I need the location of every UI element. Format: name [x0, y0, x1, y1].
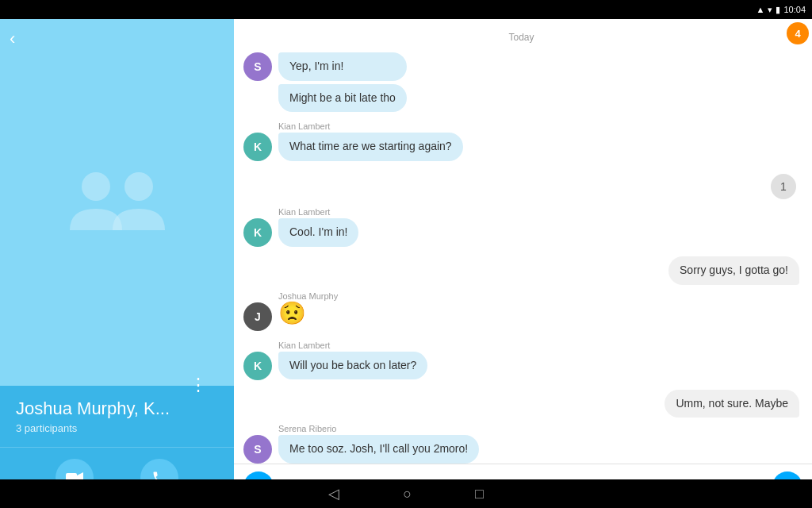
date-divider: Today: [243, 32, 799, 43]
bubble-10: Me too soz. Josh, I'll call you 2moro!: [278, 435, 479, 464]
message-row-8: K Will you be back on later?: [243, 352, 799, 380]
chat-area[interactable]: Today S Yep, I'm in! Might be a bit late…: [234, 19, 812, 464]
sender-name-kian-1: Kian Lambert: [278, 121, 799, 131]
recent-nav-icon[interactable]: □: [475, 486, 484, 502]
battery-icon: ▮: [776, 5, 780, 15]
message-row-5: K Cool. I'm in!: [243, 218, 799, 247]
clock: 10:04: [783, 5, 806, 14]
status-icons: ▲ ▾ ▮ 10:04: [756, 5, 806, 15]
message-group-5: Kian Lambert K Cool. I'm in!: [243, 207, 799, 250]
message-row-7: J 😟: [243, 302, 799, 331]
bubble-8: Will you be back on later?: [278, 352, 427, 380]
message-group-3: Kian Lambert K What time are we starting…: [243, 121, 799, 164]
status-bar: ▲ ▾ ▮ 10:04: [0, 0, 812, 19]
outgoing-number-row: 1: [243, 171, 799, 202]
back-nav-icon[interactable]: ◁: [328, 485, 339, 502]
avatar-kian-1: K: [243, 133, 272, 161]
home-nav-icon[interactable]: ○: [403, 486, 412, 502]
bubble-1: Yep, I'm in!: [278, 52, 407, 81]
message-row-3: K What time are we starting again?: [243, 133, 799, 161]
avatar-1: S: [243, 52, 272, 81]
right-panel: 4 Today S Yep, I'm in! Might be a bit la…: [234, 19, 812, 508]
avatar-serena: S: [243, 435, 272, 464]
outgoing-row-6: Sorry guys, I gotta go!: [243, 256, 799, 285]
bubble-2: Might be a bit late tho: [278, 84, 407, 113]
message-row-10: S Me too soz. Josh, I'll call you 2moro!: [243, 435, 799, 464]
group-avatar-icon: [66, 163, 169, 242]
avatar-kian-2: K: [243, 218, 272, 247]
notification-badge: 4: [787, 22, 809, 44]
number-badge: 1: [771, 174, 796, 199]
emoji-bubble: 😟: [278, 302, 306, 325]
bubble-9: Umm, not sure. Maybe: [665, 390, 799, 418]
group-name: Joshua Murphy, K...: [16, 398, 170, 419]
bubble-5: Cool. I'm in!: [278, 218, 358, 247]
message-row-1: S Yep, I'm in! Might be a bit late tho: [243, 52, 799, 112]
more-options-icon[interactable]: ⋮: [190, 375, 207, 395]
message-group-1: S Yep, I'm in! Might be a bit late tho: [243, 52, 799, 115]
bubble-6: Sorry guys, I gotta go!: [668, 256, 799, 285]
back-button[interactable]: ‹: [10, 29, 15, 49]
svg-point-1: [124, 172, 153, 201]
outgoing-row-9: Umm, not sure. Maybe: [243, 390, 799, 418]
avatar-josh: J: [243, 302, 272, 331]
message-group-10: Serena Riberio S Me too soz. Josh, I'll …: [243, 424, 799, 464]
nav-bar: ◁ ○ □: [0, 479, 812, 508]
sender-name-kian-2: Kian Lambert: [278, 207, 799, 217]
bubble-3: What time are we starting again?: [278, 133, 463, 161]
sender-name-kian-3: Kian Lambert: [278, 341, 799, 350]
group-avatar-area: [0, 19, 234, 386]
sender-name-serena: Serena Riberio: [278, 424, 799, 433]
message-group-7: Joshua Murphy J 😟: [243, 291, 799, 334]
left-panel-info: Joshua Murphy, K... ⋮ 3 participants: [0, 386, 234, 447]
left-panel: ‹ Joshua Murphy, K... ⋮ 3 participants: [0, 19, 234, 508]
app-container: ‹ Joshua Murphy, K... ⋮ 3 participants: [0, 19, 812, 508]
participants-count: 3 participants: [16, 422, 218, 434]
wifi-icon: ▾: [768, 5, 772, 15]
message-group-8: Kian Lambert K Will you be back on later…: [243, 341, 799, 383]
svg-point-0: [82, 172, 110, 201]
avatar-kian-3: K: [243, 352, 272, 380]
signal-icon: ▲: [756, 5, 765, 14]
sender-name-josh: Joshua Murphy: [278, 291, 799, 301]
